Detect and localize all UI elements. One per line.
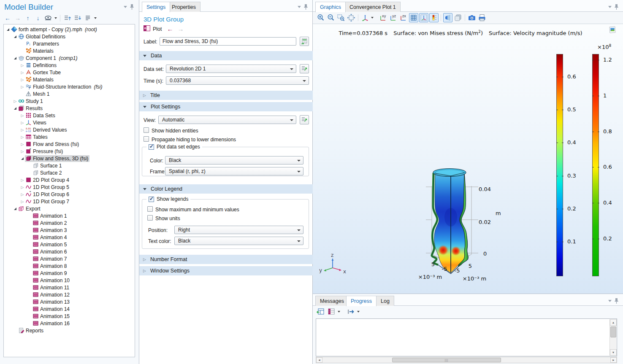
move-up-icon[interactable]: ↑	[24, 14, 32, 22]
tree-item[interactable]: Export	[4, 205, 135, 212]
tree-item[interactable]: Animation 7	[4, 255, 135, 262]
move-down-icon[interactable]: ↓	[34, 14, 42, 22]
section-number-format[interactable]: ▷Number Format	[139, 255, 313, 264]
tree-item[interactable]: Views	[4, 119, 135, 126]
tree-item[interactable]: Animation 15	[4, 313, 135, 320]
tree-expander-icon[interactable]	[20, 149, 25, 154]
panel-menu-icon[interactable]	[608, 300, 612, 302]
plot-thumbnail-icon[interactable]	[608, 26, 617, 34]
tree-expander-icon[interactable]	[20, 113, 25, 118]
tree-item[interactable]: Animation 11	[4, 284, 135, 291]
tree-item[interactable]: Materials	[4, 47, 135, 54]
scroll-down-icon[interactable]: ▼	[610, 349, 617, 356]
tree-expander-icon[interactable]	[20, 121, 25, 125]
tree-item[interactable]: Animation 4	[4, 234, 135, 241]
scroll-left-icon[interactable]: ◄	[316, 357, 322, 363]
view-zx-icon[interactable]: zx	[399, 13, 408, 22]
expand-all-icon[interactable]	[73, 14, 82, 22]
graphics-canvas[interactable]: Time=0.037368 sSurface: von Mises stress…	[313, 24, 623, 294]
panel-menu-icon[interactable]	[298, 6, 301, 8]
tree-item[interactable]: Reports	[4, 327, 135, 334]
tree-expander-icon[interactable]	[20, 178, 25, 182]
tree-item[interactable]: Animation 1	[4, 212, 135, 219]
show-color-legend-icon[interactable]	[429, 13, 439, 22]
progress-output[interactable]: ▲ ▼	[316, 318, 617, 356]
create-shortcut-icon[interactable]	[300, 37, 309, 46]
tree-expander-icon[interactable]	[20, 157, 25, 160]
print-icon[interactable]	[477, 13, 487, 22]
tree-item[interactable]: Component 1 (comp1)	[4, 54, 135, 62]
view-combo[interactable]: Automatic	[158, 116, 296, 124]
tree-item[interactable]: Animation 12	[4, 291, 135, 298]
tree-item[interactable]: Flow and Stress (fsi)	[4, 140, 135, 148]
tree-item[interactable]: PiParameters	[4, 40, 135, 47]
zoom-out-icon[interactable]	[326, 13, 336, 22]
tree-expander-icon[interactable]	[20, 135, 25, 139]
tree-item[interactable]: Mesh 1	[4, 90, 135, 97]
tree-item[interactable]: *1D Plot Group 6	[4, 191, 135, 198]
node-label-menu-icon[interactable]	[94, 17, 97, 19]
tree-expander-icon[interactable]	[20, 192, 25, 197]
tree-item[interactable]: Flow and Stress, 3D (fsi)	[4, 155, 135, 162]
tree-expander-icon[interactable]	[20, 128, 25, 132]
zoom-box-icon[interactable]	[336, 13, 346, 22]
tree-item[interactable]: Animation 2	[4, 219, 135, 226]
section-window-settings[interactable]: ▷Window Settings	[139, 266, 313, 275]
progress-table-icon[interactable]	[327, 307, 336, 316]
tree-expander-icon[interactable]	[20, 200, 25, 204]
tree-expander-icon[interactable]	[13, 99, 18, 103]
position-combo[interactable]: Right	[174, 226, 303, 234]
pin-icon[interactable]	[615, 4, 618, 10]
textcolor-combo[interactable]: Black	[174, 237, 303, 245]
go-to-default-view-icon[interactable]	[360, 13, 370, 22]
scroll-right-icon[interactable]: ►	[610, 357, 617, 363]
tree-item[interactable]: 1D Plot Group 7	[4, 198, 135, 205]
progress-table-menu-icon[interactable]	[338, 311, 340, 313]
tree-item[interactable]: Global Definitions	[4, 33, 135, 40]
tab-progress[interactable]: Progress	[346, 296, 377, 306]
tree-item[interactable]: Animation 14	[4, 305, 135, 313]
clear-progress-icon[interactable]	[316, 307, 325, 316]
tree-item[interactable]: fFluid-Structure Interaction (fsi)	[4, 83, 135, 90]
tab-graphics[interactable]: Graphics	[315, 2, 346, 12]
tree-item[interactable]: Study 1	[4, 97, 135, 105]
tree-item[interactable]: Animation 6	[4, 248, 135, 255]
panel-menu-icon[interactable]	[124, 6, 127, 8]
tree-expander-icon[interactable]	[20, 85, 25, 89]
tree-expander-icon[interactable]	[20, 70, 25, 75]
tree-item[interactable]: Gortex Tube	[4, 69, 135, 76]
panel-menu-icon[interactable]	[608, 6, 612, 8]
scene-light-icon[interactable]	[443, 13, 452, 22]
dataset-combo[interactable]: Revolution 2D 1	[166, 65, 296, 73]
tree-item[interactable]: Surface 2	[4, 169, 135, 176]
section-color-legend[interactable]: Color Legend	[139, 184, 313, 194]
back-icon[interactable]: ←	[3, 14, 12, 22]
tree-item[interactable]: 2D Plot Group 4	[4, 176, 135, 183]
scroll-up-icon[interactable]: ▲	[610, 319, 617, 326]
tree-expander-icon[interactable]	[20, 63, 25, 67]
tree-item[interactable]: forth attempt - Copy (2).mph (root)	[4, 26, 135, 33]
tree-item[interactable]: Data Sets	[4, 112, 135, 119]
section-plot-settings[interactable]: Plot Settings	[139, 102, 313, 111]
tree-item[interactable]: *Pressure (fsi)	[4, 148, 135, 155]
pin-icon[interactable]	[130, 4, 134, 10]
tree-item[interactable]: Animation 8	[4, 262, 135, 270]
plot-edges-checkbox[interactable]	[149, 144, 154, 150]
tree-expander-icon[interactable]	[13, 57, 18, 59]
show-axis-orientation-icon[interactable]	[419, 13, 428, 22]
propagate-checkbox[interactable]	[144, 136, 149, 142]
collapse-all-icon[interactable]	[63, 14, 72, 22]
plot-next-icon[interactable]: →	[178, 25, 184, 32]
view-yz-icon[interactable]: yz	[389, 13, 398, 22]
zoom-extents-icon[interactable]	[347, 13, 356, 22]
tree-item[interactable]: Surface 1	[4, 162, 135, 169]
view-menu-icon[interactable]	[371, 17, 374, 19]
tree-item[interactable]: Animation 5	[4, 241, 135, 248]
show-units-checkbox[interactable]	[147, 215, 153, 221]
view-xy-icon[interactable]: xy	[379, 13, 388, 22]
tree-expander-icon[interactable]	[20, 78, 25, 82]
tree-item[interactable]: Animation 10	[4, 277, 135, 284]
show-hidden-checkbox[interactable]	[144, 127, 149, 133]
tree-expander-icon[interactable]	[20, 142, 25, 146]
tree-expander-icon[interactable]	[13, 208, 18, 210]
